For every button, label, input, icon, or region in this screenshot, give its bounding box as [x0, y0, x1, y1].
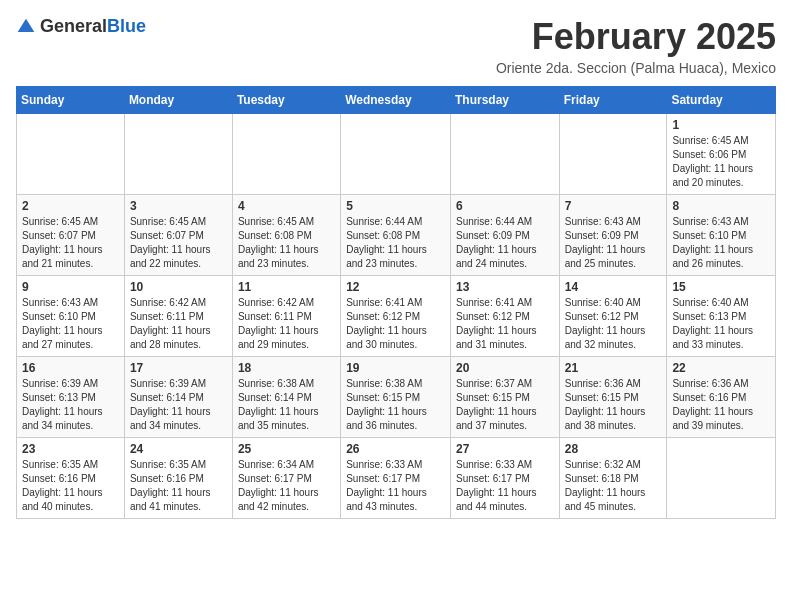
day-details: Sunrise: 6:45 AM Sunset: 6:08 PM Dayligh… [238, 215, 335, 271]
day-number: 20 [456, 361, 554, 375]
day-details: Sunrise: 6:45 AM Sunset: 6:07 PM Dayligh… [130, 215, 227, 271]
day-cell: 4Sunrise: 6:45 AM Sunset: 6:08 PM Daylig… [232, 195, 340, 276]
col-tuesday: Tuesday [232, 87, 340, 114]
day-details: Sunrise: 6:40 AM Sunset: 6:12 PM Dayligh… [565, 296, 662, 352]
day-details: Sunrise: 6:41 AM Sunset: 6:12 PM Dayligh… [346, 296, 445, 352]
day-cell [124, 114, 232, 195]
day-details: Sunrise: 6:44 AM Sunset: 6:08 PM Dayligh… [346, 215, 445, 271]
day-number: 23 [22, 442, 119, 456]
day-details: Sunrise: 6:43 AM Sunset: 6:09 PM Dayligh… [565, 215, 662, 271]
day-number: 10 [130, 280, 227, 294]
week-row-1: 1Sunrise: 6:45 AM Sunset: 6:06 PM Daylig… [17, 114, 776, 195]
day-cell: 12Sunrise: 6:41 AM Sunset: 6:12 PM Dayli… [341, 276, 451, 357]
day-cell: 9Sunrise: 6:43 AM Sunset: 6:10 PM Daylig… [17, 276, 125, 357]
col-monday: Monday [124, 87, 232, 114]
day-cell [17, 114, 125, 195]
day-number: 3 [130, 199, 227, 213]
week-row-4: 16Sunrise: 6:39 AM Sunset: 6:13 PM Dayli… [17, 357, 776, 438]
day-details: Sunrise: 6:42 AM Sunset: 6:11 PM Dayligh… [238, 296, 335, 352]
header-row: Sunday Monday Tuesday Wednesday Thursday… [17, 87, 776, 114]
day-details: Sunrise: 6:33 AM Sunset: 6:17 PM Dayligh… [346, 458, 445, 514]
day-cell: 25Sunrise: 6:34 AM Sunset: 6:17 PM Dayli… [232, 438, 340, 519]
day-cell: 27Sunrise: 6:33 AM Sunset: 6:17 PM Dayli… [450, 438, 559, 519]
day-details: Sunrise: 6:32 AM Sunset: 6:18 PM Dayligh… [565, 458, 662, 514]
day-details: Sunrise: 6:40 AM Sunset: 6:13 PM Dayligh… [672, 296, 770, 352]
week-row-2: 2Sunrise: 6:45 AM Sunset: 6:07 PM Daylig… [17, 195, 776, 276]
day-cell: 10Sunrise: 6:42 AM Sunset: 6:11 PM Dayli… [124, 276, 232, 357]
day-details: Sunrise: 6:39 AM Sunset: 6:13 PM Dayligh… [22, 377, 119, 433]
day-cell: 21Sunrise: 6:36 AM Sunset: 6:15 PM Dayli… [559, 357, 667, 438]
day-details: Sunrise: 6:38 AM Sunset: 6:15 PM Dayligh… [346, 377, 445, 433]
col-sunday: Sunday [17, 87, 125, 114]
day-details: Sunrise: 6:39 AM Sunset: 6:14 PM Dayligh… [130, 377, 227, 433]
day-number: 27 [456, 442, 554, 456]
day-cell [232, 114, 340, 195]
day-cell: 26Sunrise: 6:33 AM Sunset: 6:17 PM Dayli… [341, 438, 451, 519]
day-details: Sunrise: 6:44 AM Sunset: 6:09 PM Dayligh… [456, 215, 554, 271]
logo-icon [16, 17, 36, 37]
day-number: 4 [238, 199, 335, 213]
day-cell: 2Sunrise: 6:45 AM Sunset: 6:07 PM Daylig… [17, 195, 125, 276]
col-thursday: Thursday [450, 87, 559, 114]
col-friday: Friday [559, 87, 667, 114]
day-number: 17 [130, 361, 227, 375]
day-number: 26 [346, 442, 445, 456]
day-cell: 13Sunrise: 6:41 AM Sunset: 6:12 PM Dayli… [450, 276, 559, 357]
col-saturday: Saturday [667, 87, 776, 114]
day-number: 28 [565, 442, 662, 456]
logo: GeneralBlue [16, 16, 146, 37]
day-number: 7 [565, 199, 662, 213]
day-details: Sunrise: 6:45 AM Sunset: 6:07 PM Dayligh… [22, 215, 119, 271]
day-cell: 6Sunrise: 6:44 AM Sunset: 6:09 PM Daylig… [450, 195, 559, 276]
day-cell [450, 114, 559, 195]
day-details: Sunrise: 6:34 AM Sunset: 6:17 PM Dayligh… [238, 458, 335, 514]
logo-text: GeneralBlue [40, 16, 146, 37]
day-number: 9 [22, 280, 119, 294]
day-number: 2 [22, 199, 119, 213]
day-cell: 18Sunrise: 6:38 AM Sunset: 6:14 PM Dayli… [232, 357, 340, 438]
logo-general: General [40, 16, 107, 36]
day-number: 25 [238, 442, 335, 456]
day-number: 19 [346, 361, 445, 375]
day-cell: 17Sunrise: 6:39 AM Sunset: 6:14 PM Dayli… [124, 357, 232, 438]
day-number: 1 [672, 118, 770, 132]
location-title: Oriente 2da. Seccion (Palma Huaca), Mexi… [496, 60, 776, 76]
day-cell: 1Sunrise: 6:45 AM Sunset: 6:06 PM Daylig… [667, 114, 776, 195]
day-number: 14 [565, 280, 662, 294]
day-cell: 15Sunrise: 6:40 AM Sunset: 6:13 PM Dayli… [667, 276, 776, 357]
day-number: 18 [238, 361, 335, 375]
day-details: Sunrise: 6:36 AM Sunset: 6:15 PM Dayligh… [565, 377, 662, 433]
day-cell: 24Sunrise: 6:35 AM Sunset: 6:16 PM Dayli… [124, 438, 232, 519]
day-details: Sunrise: 6:42 AM Sunset: 6:11 PM Dayligh… [130, 296, 227, 352]
day-number: 13 [456, 280, 554, 294]
day-details: Sunrise: 6:41 AM Sunset: 6:12 PM Dayligh… [456, 296, 554, 352]
day-cell: 28Sunrise: 6:32 AM Sunset: 6:18 PM Dayli… [559, 438, 667, 519]
day-details: Sunrise: 6:45 AM Sunset: 6:06 PM Dayligh… [672, 134, 770, 190]
day-cell: 3Sunrise: 6:45 AM Sunset: 6:07 PM Daylig… [124, 195, 232, 276]
week-row-3: 9Sunrise: 6:43 AM Sunset: 6:10 PM Daylig… [17, 276, 776, 357]
day-number: 15 [672, 280, 770, 294]
day-number: 22 [672, 361, 770, 375]
day-cell [559, 114, 667, 195]
day-number: 6 [456, 199, 554, 213]
day-cell [341, 114, 451, 195]
day-cell: 22Sunrise: 6:36 AM Sunset: 6:16 PM Dayli… [667, 357, 776, 438]
day-cell: 7Sunrise: 6:43 AM Sunset: 6:09 PM Daylig… [559, 195, 667, 276]
day-details: Sunrise: 6:35 AM Sunset: 6:16 PM Dayligh… [22, 458, 119, 514]
day-details: Sunrise: 6:35 AM Sunset: 6:16 PM Dayligh… [130, 458, 227, 514]
day-cell: 19Sunrise: 6:38 AM Sunset: 6:15 PM Dayli… [341, 357, 451, 438]
week-row-5: 23Sunrise: 6:35 AM Sunset: 6:16 PM Dayli… [17, 438, 776, 519]
day-cell: 14Sunrise: 6:40 AM Sunset: 6:12 PM Dayli… [559, 276, 667, 357]
header: GeneralBlue February 2025 Oriente 2da. S… [16, 16, 776, 76]
day-number: 8 [672, 199, 770, 213]
day-cell: 5Sunrise: 6:44 AM Sunset: 6:08 PM Daylig… [341, 195, 451, 276]
day-details: Sunrise: 6:38 AM Sunset: 6:14 PM Dayligh… [238, 377, 335, 433]
day-details: Sunrise: 6:43 AM Sunset: 6:10 PM Dayligh… [672, 215, 770, 271]
day-details: Sunrise: 6:43 AM Sunset: 6:10 PM Dayligh… [22, 296, 119, 352]
day-cell: 16Sunrise: 6:39 AM Sunset: 6:13 PM Dayli… [17, 357, 125, 438]
day-number: 24 [130, 442, 227, 456]
day-number: 21 [565, 361, 662, 375]
col-wednesday: Wednesday [341, 87, 451, 114]
day-cell: 23Sunrise: 6:35 AM Sunset: 6:16 PM Dayli… [17, 438, 125, 519]
day-cell: 11Sunrise: 6:42 AM Sunset: 6:11 PM Dayli… [232, 276, 340, 357]
